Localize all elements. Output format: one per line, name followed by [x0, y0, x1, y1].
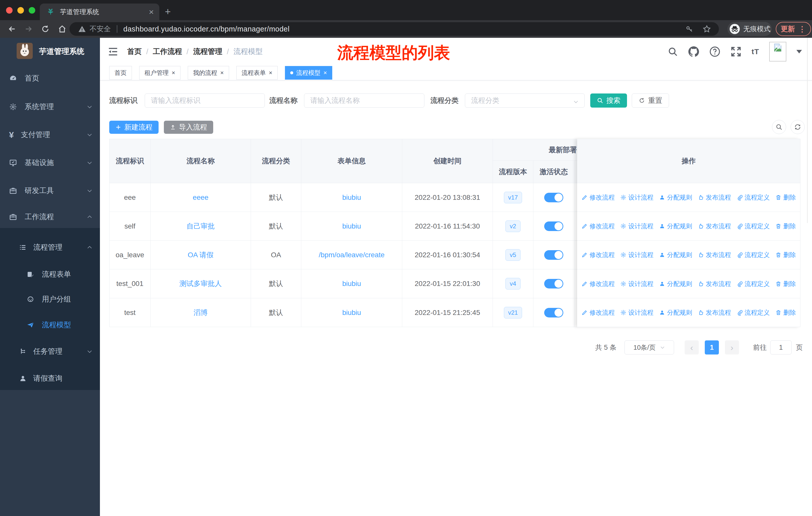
- sidebar-item-home[interactable]: 首页: [0, 69, 100, 87]
- delete-link[interactable]: 删除: [775, 280, 796, 288]
- modify-process-link[interactable]: 修改流程: [581, 251, 615, 259]
- process-definition-link[interactable]: 流程定义: [736, 308, 770, 317]
- process-name-link[interactable]: eeee: [193, 193, 208, 201]
- avatar[interactable]: [769, 42, 786, 61]
- tag-close-icon[interactable]: ×: [269, 70, 272, 76]
- delete-link[interactable]: 删除: [775, 251, 796, 259]
- delete-link[interactable]: 删除: [775, 308, 796, 317]
- address-field[interactable]: 不安全 dashboard.yudao.iocoder.cn/bpm/manag…: [69, 22, 719, 36]
- assign-rule-link[interactable]: 分配规则: [659, 280, 692, 288]
- hamburger-icon[interactable]: [108, 46, 119, 57]
- design-process-link[interactable]: 设计流程: [620, 222, 654, 230]
- assign-rule-link[interactable]: 分配规则: [659, 222, 692, 230]
- active-toggle[interactable]: [544, 250, 563, 260]
- traffic-minimize-button[interactable]: [18, 7, 24, 13]
- logo-row[interactable]: 芋道管理系统: [0, 38, 100, 68]
- tag-my-process[interactable]: 我的流程×: [188, 66, 229, 80]
- sidebar-item-workflow[interactable]: 工作流程: [0, 208, 100, 226]
- modify-process-link[interactable]: 修改流程: [581, 222, 615, 230]
- tag-close-icon[interactable]: ×: [220, 70, 224, 76]
- design-process-link[interactable]: 设计流程: [620, 251, 654, 259]
- form-link[interactable]: /bpm/oa/leave/create: [319, 251, 385, 259]
- col-header-id[interactable]: 流程标识: [110, 139, 150, 183]
- table-search-button[interactable]: [772, 120, 786, 134]
- sidebar-item-process-mgmt[interactable]: 流程管理: [0, 238, 100, 256]
- next-page-button[interactable]: ›: [725, 341, 739, 354]
- update-label[interactable]: 更新: [781, 24, 795, 34]
- table-refresh-button[interactable]: [791, 120, 805, 134]
- active-toggle[interactable]: [544, 193, 563, 202]
- process-definition-link[interactable]: 流程定义: [736, 193, 770, 201]
- col-header-version[interactable]: 流程版本: [493, 161, 533, 183]
- process-name-link[interactable]: OA 请假: [188, 250, 214, 260]
- browser-update-button[interactable]: 更新 ⋮: [776, 22, 811, 36]
- col-header-name[interactable]: 流程名称: [150, 139, 251, 183]
- active-toggle[interactable]: [544, 308, 563, 318]
- sidebar-item-infra[interactable]: 基础设施: [0, 154, 100, 172]
- process-name-link[interactable]: 自己审批: [186, 221, 215, 231]
- form-link[interactable]: biubiu: [342, 222, 361, 230]
- scrollbar[interactable]: [807, 38, 808, 223]
- breadcrumb-process-mgmt[interactable]: 流程管理: [193, 47, 222, 57]
- sidebar-item-leave-query[interactable]: 请假查询: [0, 369, 100, 387]
- reset-button[interactable]: 重置: [632, 93, 669, 108]
- form-link[interactable]: biubiu: [342, 280, 361, 288]
- tag-close-icon[interactable]: ×: [323, 70, 327, 76]
- github-icon[interactable]: [688, 46, 699, 57]
- search-button[interactable]: 搜索: [590, 93, 627, 108]
- create-process-button[interactable]: 新建流程: [109, 121, 158, 134]
- breadcrumb-workflow[interactable]: 工作流程: [153, 47, 182, 57]
- security-label[interactable]: 不安全: [90, 24, 111, 34]
- sidebar-item-task-mgmt[interactable]: 任务管理: [0, 343, 100, 360]
- form-link[interactable]: biubiu: [342, 193, 361, 201]
- col-header-created[interactable]: 创建时间: [402, 139, 493, 183]
- publish-process-link[interactable]: 发布流程: [698, 308, 731, 317]
- category-select[interactable]: 流程分类: [465, 93, 585, 108]
- tag-close-icon[interactable]: ×: [172, 70, 175, 76]
- design-process-link[interactable]: 设计流程: [620, 193, 654, 201]
- sidebar-item-process-model[interactable]: 流程模型: [0, 316, 100, 334]
- identifier-input[interactable]: 请输入流程标识: [145, 93, 265, 108]
- col-header-active[interactable]: 激活状态: [533, 161, 574, 183]
- help-icon[interactable]: [709, 46, 720, 57]
- prev-page-button[interactable]: ‹: [685, 341, 699, 354]
- assign-rule-link[interactable]: 分配规则: [659, 193, 692, 201]
- active-toggle[interactable]: [544, 221, 563, 231]
- modify-process-link[interactable]: 修改流程: [581, 308, 615, 317]
- tab-close-icon[interactable]: ×: [149, 7, 154, 16]
- tag-process-form[interactable]: 流程表单×: [236, 66, 278, 80]
- process-definition-link[interactable]: 流程定义: [736, 222, 770, 230]
- reload-icon[interactable]: [41, 24, 50, 33]
- page-size-select[interactable]: 10条/页: [625, 341, 674, 354]
- bookmark-star-icon[interactable]: [702, 24, 711, 33]
- publish-process-link[interactable]: 发布流程: [698, 193, 731, 201]
- publish-process-link[interactable]: 发布流程: [698, 280, 731, 288]
- process-definition-link[interactable]: 流程定义: [736, 251, 770, 259]
- browser-tab[interactable]: 芋道管理系统 ×: [40, 3, 159, 20]
- delete-link[interactable]: 删除: [775, 193, 796, 201]
- tag-home[interactable]: 首页: [109, 66, 132, 80]
- assign-rule-link[interactable]: 分配规则: [659, 308, 692, 317]
- publish-process-link[interactable]: 发布流程: [698, 222, 731, 230]
- search-icon[interactable]: [668, 46, 678, 57]
- sidebar-item-system[interactable]: 系统管理: [0, 98, 100, 116]
- name-input[interactable]: 请输入流程名称: [304, 93, 424, 108]
- design-process-link[interactable]: 设计流程: [620, 280, 654, 288]
- traffic-zoom-button[interactable]: [29, 7, 35, 13]
- process-name-link[interactable]: 测试多审批人: [179, 279, 222, 289]
- process-definition-link[interactable]: 流程定义: [736, 280, 770, 288]
- delete-link[interactable]: 删除: [775, 222, 796, 230]
- key-icon[interactable]: [685, 25, 694, 33]
- import-process-button[interactable]: 导入流程: [164, 121, 213, 134]
- sidebar-item-user-group[interactable]: 用户分组: [0, 290, 100, 308]
- sidebar-item-payment[interactable]: ¥ 支付管理: [0, 126, 100, 144]
- modify-process-link[interactable]: 修改流程: [581, 193, 615, 201]
- fullscreen-icon[interactable]: [730, 46, 742, 57]
- publish-process-link[interactable]: 发布流程: [698, 251, 731, 259]
- browser-menu-icon[interactable]: ⋮: [799, 25, 806, 33]
- col-header-form[interactable]: 表单信息: [301, 139, 402, 183]
- col-header-category[interactable]: 流程分类: [251, 139, 301, 183]
- assign-rule-link[interactable]: 分配规则: [659, 251, 692, 259]
- back-icon[interactable]: [7, 24, 17, 33]
- new-tab-button[interactable]: +: [165, 7, 171, 16]
